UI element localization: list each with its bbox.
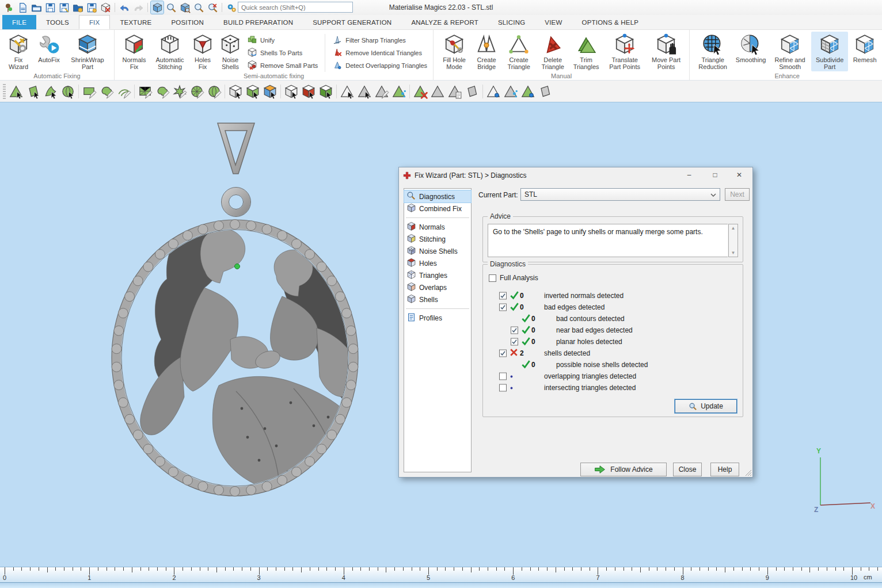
tab-fix[interactable]: FIX [79, 15, 111, 29]
zoom-selected-part-icon[interactable] [151, 1, 164, 14]
tab-support-generation[interactable]: SUPPORT GENERATION [303, 15, 401, 29]
triangle-lasso-icon[interactable] [485, 83, 502, 100]
minimize-button[interactable]: – [680, 170, 698, 181]
sidebar-item-diagnostics[interactable]: Diagnostics [404, 190, 471, 203]
new-project-icon[interactable] [16, 1, 29, 14]
rectangle-selection-icon[interactable] [81, 83, 98, 100]
ribbon-item-remesh[interactable]: Remesh [849, 32, 880, 64]
sidebar-item-stitching[interactable]: Stitching [404, 233, 471, 245]
save-icon[interactable] [44, 1, 56, 14]
ribbon-item-create-bridge[interactable]: Create Bridge [472, 32, 501, 71]
full-analysis-checkbox-row[interactable]: Full Analysis [489, 274, 538, 282]
select-part-green-icon[interactable] [244, 83, 261, 100]
ribbon-item-trim-triangles[interactable]: Trim Triangles [570, 32, 602, 71]
tab-position[interactable]: POSITION [161, 15, 214, 29]
ribbon-item-normals-fix[interactable]: Normals Fix [119, 32, 150, 71]
sidebar-item-triangles[interactable]: Triangles [404, 269, 471, 281]
diagnostic-checkbox[interactable] [511, 327, 518, 334]
zoom-in-icon[interactable] [192, 1, 205, 14]
ribbon-item-delete-triangle[interactable]: Delete Triangle [537, 32, 569, 71]
mark-plane-grey-icon[interactable] [356, 83, 373, 100]
customize-icon[interactable] [225, 1, 238, 14]
select-part-white-icon[interactable] [227, 83, 244, 100]
full-analysis-checkbox[interactable] [489, 274, 496, 282]
marked-triangles-info-icon[interactable] [446, 83, 463, 100]
select-plane-icon[interactable] [25, 83, 42, 100]
ribbon-item-holes-fix[interactable]: Holes Fix [190, 32, 215, 71]
open-file-icon[interactable] [30, 1, 43, 14]
load-project-icon[interactable] [71, 1, 84, 14]
ribbon-item-create-triangle[interactable]: Create Triangle [502, 32, 535, 71]
save-project-icon[interactable] [85, 1, 98, 14]
advice-scrollbar[interactable]: ▲ ▼ [728, 224, 738, 257]
ribbon-item-fill-hole-mode[interactable]: Fill Hole Mode [438, 32, 471, 71]
diagnostic-checkbox[interactable] [499, 373, 507, 380]
tab-texture[interactable]: TEXTURE [110, 15, 161, 29]
tab-analyze-report[interactable]: ANALYZE & REPORT [401, 15, 488, 29]
unzoom-icon[interactable] [206, 1, 219, 14]
pick-marked-part-icon[interactable] [300, 83, 317, 100]
select-surface-icon[interactable] [42, 83, 59, 100]
sidebar-item-noise-shells[interactable]: Noise Shells [404, 245, 471, 257]
dialog-close-button[interactable]: Close [673, 463, 702, 476]
update-button[interactable]: Update [675, 399, 737, 413]
zoom-lens-icon[interactable] [165, 1, 177, 14]
tab-build-preparation[interactable]: BUILD PREPARATION [214, 15, 303, 29]
follow-advice-button[interactable]: Follow Advice [580, 463, 667, 476]
current-part-combobox[interactable]: STL [520, 188, 720, 201]
select-triangles-icon[interactable] [7, 83, 25, 100]
wheel-selection-icon[interactable] [188, 83, 206, 100]
select-shell-icon[interactable] [59, 83, 77, 100]
sidebar-item-profiles[interactable]: Profiles [404, 312, 471, 324]
scroll-up-icon[interactable]: ▲ [731, 224, 736, 232]
next-button[interactable]: Next [725, 188, 750, 201]
diagnostic-checkbox[interactable] [499, 304, 507, 311]
diagnostic-checkbox[interactable] [499, 292, 507, 300]
ribbon-item-smoothing[interactable]: Smoothing [733, 32, 769, 64]
ribbon-item-filter-sharp-triangles[interactable]: Filter Sharp Triangles [330, 34, 429, 47]
mark-surface-grey-icon[interactable] [373, 83, 390, 100]
hide-marked-triangles-icon[interactable] [429, 83, 446, 100]
sidebar-item-normals[interactable]: Normals [404, 221, 471, 233]
diagnostic-checkbox[interactable] [499, 350, 507, 357]
freeform-selection-icon[interactable] [115, 83, 132, 100]
dialog-titlebar[interactable]: Fix Wizard (Part: STL) > Diagnostics – □… [399, 167, 752, 183]
tab-slicing[interactable]: SLICING [488, 15, 535, 29]
tab-options-help[interactable]: OPTIONS & HELP [572, 15, 649, 29]
close-button[interactable]: ✕ [731, 170, 748, 181]
tab-tools[interactable]: TOOLS [36, 15, 79, 29]
tab-file[interactable]: FILE [2, 15, 36, 29]
window-triangles-selection-icon[interactable] [136, 83, 154, 100]
pick-green-part-icon[interactable] [317, 83, 334, 100]
toolstrip-grip[interactable] [3, 84, 6, 99]
viewport-3d[interactable]: Y X Z Fix Wizard (Part: STL) > Diagnosti… [0, 102, 882, 567]
brush-selection-icon[interactable] [154, 83, 171, 100]
ribbon-item-noise-shells[interactable]: Noise Shells [216, 32, 244, 71]
maximize-button[interactable]: □ [706, 170, 724, 181]
ribbon-item-translate-part-points[interactable]: Translate Part Points [603, 32, 646, 71]
ribbon-item-unify[interactable]: Unify [245, 34, 320, 47]
sidebar-item-shells[interactable]: Shells [404, 293, 471, 306]
ribbon-item-refine-and-smooth[interactable]: Refine and Smooth [770, 32, 810, 71]
mark-shell-green-icon[interactable] [390, 83, 408, 100]
ribbon-item-shells-to-parts[interactable]: Shells To Parts [245, 47, 320, 59]
diagnostic-checkbox[interactable] [499, 384, 507, 392]
delete-marked-triangles-icon[interactable] [412, 83, 429, 100]
zoom-part-icon[interactable] [178, 1, 191, 14]
ribbon-item-detect-overlapping-triangles[interactable]: Detect Overlapping Triangles [330, 59, 429, 72]
mark-triangle-outline-icon[interactable] [339, 83, 356, 100]
redo-icon[interactable] [132, 1, 145, 14]
resize-grip[interactable] [745, 469, 752, 476]
diagnostic-checkbox[interactable] [511, 338, 518, 346]
triangle-blue-dot-icon[interactable] [519, 83, 537, 100]
dialog-help-button[interactable]: Help [710, 463, 739, 476]
quick-search-input[interactable] [238, 2, 353, 13]
ribbon-item-triangle-reduction[interactable]: Triangle Reduction [694, 32, 732, 71]
unload-part-icon[interactable] [99, 1, 112, 14]
star-selection-icon[interactable] [171, 83, 188, 100]
triangle-splash-icon[interactable] [502, 83, 519, 100]
save-as-icon[interactable] [58, 1, 70, 14]
ribbon-item-remove-small-parts[interactable]: Remove Small Parts [245, 59, 320, 72]
pick-part-icon[interactable] [283, 83, 300, 100]
undo-icon[interactable] [118, 1, 131, 14]
